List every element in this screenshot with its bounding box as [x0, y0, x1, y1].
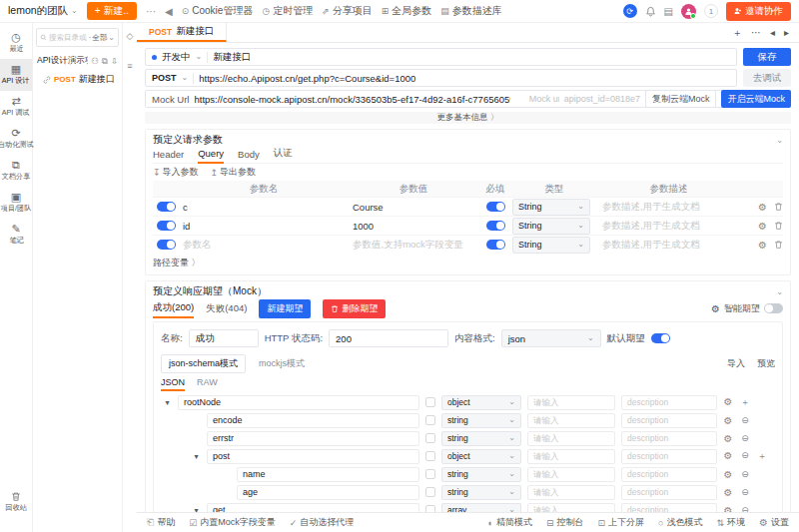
tree-filter-select[interactable]: · 全部 ⌄: [89, 33, 115, 43]
import-schema-link[interactable]: 导入: [727, 357, 745, 370]
type-select[interactable]: String⌄: [512, 199, 590, 216]
field-type-select[interactable]: string⌄: [441, 485, 521, 500]
collapse-section-icon[interactable]: ⌄: [776, 136, 783, 145]
console-link[interactable]: ⊟ 控制台: [546, 516, 584, 529]
tree-list-icon[interactable]: ≡: [127, 61, 132, 71]
settings-icon[interactable]: ⚙: [723, 433, 733, 444]
duplicate-icon[interactable]: ⧉: [102, 56, 108, 67]
delete-row-icon[interactable]: [774, 240, 783, 250]
invite-member-icon[interactable]: ⚇: [91, 56, 99, 66]
settings-icon[interactable]: ⚙: [758, 202, 767, 213]
field-name-input[interactable]: [207, 503, 419, 513]
remove-field-icon[interactable]: ⊖: [740, 433, 750, 444]
checkbox[interactable]: [425, 433, 435, 443]
description-input[interactable]: [621, 431, 717, 446]
mock-value-input[interactable]: [527, 485, 615, 500]
auto-proxy-link[interactable]: ✓ 自动选择代理: [290, 516, 355, 529]
notification-bell-icon[interactable]: [645, 6, 656, 17]
mock-value-input[interactable]: [527, 467, 615, 482]
add-tab-icon[interactable]: ＋: [732, 26, 742, 40]
remove-field-icon[interactable]: ⊖: [740, 469, 750, 480]
feedback-icon[interactable]: ▤: [664, 6, 673, 17]
param-value[interactable]: Course: [349, 202, 478, 213]
more-menu-icon[interactable]: ···: [146, 6, 156, 17]
menu-share-project[interactable]: ⇗ 分享项目: [322, 4, 373, 18]
field-type-select[interactable]: string⌄: [441, 431, 521, 446]
field-name-input[interactable]: [237, 485, 419, 500]
tab-body[interactable]: Body: [238, 149, 260, 163]
debug-button[interactable]: 去调试: [743, 69, 791, 87]
tree-item-api[interactable]: POST 新建接口: [33, 70, 122, 89]
param-name[interactable]: c: [179, 202, 349, 213]
rail-item-project-team[interactable]: ▣ 项目/团队: [0, 187, 32, 219]
checkbox[interactable]: [425, 397, 435, 407]
split-screen-link[interactable]: ⊡ 上下分屏: [598, 516, 645, 529]
menu-timer-manager[interactable]: ◷ 定时管理: [262, 4, 313, 18]
field-type-select[interactable]: object⌄: [441, 449, 521, 464]
rail-item-notes[interactable]: ✎ 笔记: [0, 219, 32, 251]
field-type-select[interactable]: string⌄: [441, 413, 521, 428]
enable-toggle[interactable]: [157, 240, 176, 250]
avatar[interactable]: [681, 4, 696, 19]
field-name-input[interactable]: [207, 431, 419, 446]
settings-icon[interactable]: ⚙: [723, 415, 733, 426]
field-name-input[interactable]: [178, 395, 419, 410]
light-mode-link[interactable]: ○ 浅色模式: [658, 516, 702, 529]
sync-status-icon[interactable]: ⟳: [623, 4, 637, 18]
api-url-input[interactable]: [199, 73, 730, 84]
settings-icon[interactable]: ⚙: [723, 487, 733, 498]
settings-icon[interactable]: ⚙: [758, 240, 767, 251]
rail-item-doc-share[interactable]: ⧉ 文档分享: [0, 155, 32, 187]
checkbox[interactable]: [425, 469, 435, 479]
remove-field-icon[interactable]: ⊖: [740, 487, 750, 498]
tab-more-icon[interactable]: ⋯: [751, 27, 761, 38]
mock-value-input[interactable]: [527, 413, 615, 428]
project-row[interactable]: API设计演示项目 ⚇ ⧉ ⇩: [33, 51, 122, 70]
new-button[interactable]: + 新建..: [87, 2, 137, 20]
settings-link[interactable]: ⚙ 设置: [759, 516, 789, 529]
param-value-input[interactable]: 参数值,支持mock字段变量: [349, 239, 478, 252]
tab-scroll-left-icon[interactable]: ◂: [770, 27, 775, 38]
param-value[interactable]: 1000: [349, 221, 478, 232]
field-type-select[interactable]: string⌄: [441, 467, 521, 482]
remove-field-icon[interactable]: ⊖: [740, 450, 750, 463]
param-name-input[interactable]: 参数名: [179, 239, 349, 252]
http-status-input[interactable]: [329, 329, 448, 347]
field-type-select[interactable]: object⌄: [441, 395, 521, 410]
enable-toggle[interactable]: [157, 202, 176, 212]
method-select[interactable]: POST: [152, 73, 177, 83]
export-params-link[interactable]: ↥ 导出参数: [211, 166, 257, 179]
tab-query[interactable]: Query: [198, 148, 224, 164]
view-raw[interactable]: RAW: [197, 377, 218, 391]
param-desc-input[interactable]: 参数描述,用于生成文档: [596, 239, 741, 252]
smart-expectation-toggle[interactable]: [764, 303, 783, 313]
preview-schema-link[interactable]: 预览: [757, 357, 775, 370]
checkbox[interactable]: [425, 451, 435, 461]
copy-cloud-mock-button[interactable]: 复制云端Mock: [645, 90, 717, 108]
rail-item-recycle-bin[interactable]: 回收站: [0, 486, 32, 518]
param-desc-input[interactable]: 参数描述,用于生成文档: [596, 220, 741, 233]
mock-value-input[interactable]: [527, 395, 615, 410]
description-input[interactable]: [621, 449, 717, 464]
settings-icon[interactable]: ⚙: [758, 221, 767, 232]
required-toggle[interactable]: [486, 202, 505, 212]
search-input[interactable]: 搜索目录或接口: [49, 33, 87, 43]
mock-value-input[interactable]: [527, 431, 615, 446]
announcement-icon[interactable]: ◀: [165, 6, 173, 17]
rail-item-api-debug[interactable]: ⇄ API 调试: [0, 91, 32, 123]
locate-icon[interactable]: ◇: [127, 31, 134, 41]
param-name[interactable]: id: [179, 221, 349, 232]
expectation-name-input[interactable]: [189, 329, 259, 347]
environment-link[interactable]: ⇅ 环境: [716, 516, 745, 529]
checkbox[interactable]: [425, 505, 435, 512]
rail-item-auto-test[interactable]: ⟳ 自动化测试: [0, 123, 32, 155]
mock-url-value[interactable]: https://console-mock.apipost.cn/mock/336…: [194, 94, 509, 105]
type-select[interactable]: String⌄: [512, 218, 590, 235]
checkbox[interactable]: [425, 415, 435, 425]
add-child-icon[interactable]: ＋: [740, 396, 750, 409]
collapse-caret-icon[interactable]: ▾: [163, 398, 172, 407]
remove-field-icon[interactable]: ⊖: [740, 415, 750, 426]
settings-icon[interactable]: ⚙: [723, 505, 733, 513]
description-input[interactable]: [621, 395, 717, 410]
sidebar-search[interactable]: 搜索目录或接口 · 全部 ⌄: [36, 28, 119, 47]
